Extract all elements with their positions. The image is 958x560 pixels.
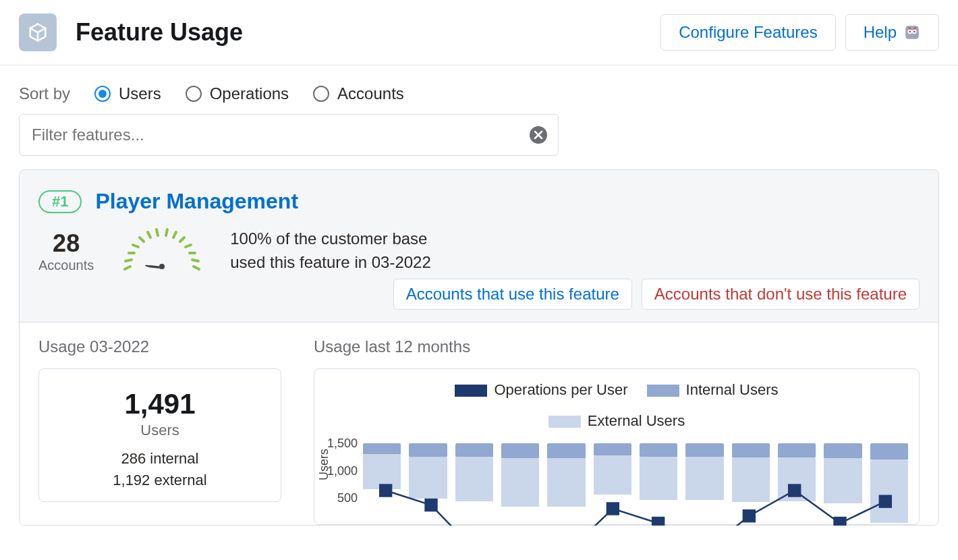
- svg-line-5: [125, 267, 130, 269]
- users-label: Users: [53, 422, 267, 439]
- accounts-use-button[interactable]: Accounts that use this feature: [393, 279, 632, 310]
- bar: [824, 443, 862, 524]
- bar: [409, 443, 447, 524]
- radio-icon: [186, 86, 202, 102]
- chart-y-tick: 1,500: [320, 437, 358, 451]
- bar: [732, 443, 770, 524]
- svg-line-11: [157, 229, 158, 235]
- owl-icon: [903, 24, 921, 41]
- page-header: Feature Usage Configure Features Help: [0, 0, 958, 65]
- cube-icon: [19, 13, 57, 51]
- accounts-dont-use-button[interactable]: Accounts that don't use this feature: [642, 279, 920, 310]
- bar: [870, 443, 908, 524]
- svg-point-3: [909, 31, 911, 33]
- svg-point-4: [913, 31, 915, 33]
- help-label: Help: [864, 23, 897, 42]
- filter-container: [19, 114, 559, 156]
- radio-icon: [313, 86, 329, 102]
- internal-line: 286 internal: [53, 450, 267, 468]
- usage-line-2: used this feature in 03-2022: [230, 251, 431, 275]
- radio-label: Users: [119, 84, 161, 103]
- bar: [547, 443, 585, 524]
- sort-by-row: Sort by Users Operations Accounts: [19, 84, 939, 103]
- feature-card-header: #1 Player Management 28 Accounts: [20, 170, 938, 322]
- feature-card: #1 Player Management 28 Accounts: [19, 169, 939, 526]
- sort-by-label: Sort by: [19, 84, 70, 103]
- accounts-metric: 28 Accounts: [38, 229, 94, 273]
- bar: [501, 443, 539, 524]
- sort-radio-accounts[interactable]: Accounts: [313, 84, 404, 103]
- svg-line-12: [166, 229, 167, 235]
- rank-badge: #1: [38, 190, 82, 213]
- chart-legend: Operations per User Internal Users Exter…: [328, 381, 905, 430]
- chart-box: Operations per User Internal Users Exter…: [314, 368, 920, 525]
- svg-point-19: [159, 264, 165, 269]
- legend-item-external: External Users: [328, 412, 905, 430]
- bar: [594, 443, 631, 524]
- svg-line-10: [148, 232, 150, 237]
- svg-line-9: [140, 237, 144, 242]
- bar: [455, 443, 493, 524]
- legend-item-ops: Operations per User: [455, 381, 627, 399]
- accounts-count: 28: [38, 229, 94, 258]
- svg-line-17: [192, 260, 198, 261]
- help-button[interactable]: Help: [845, 14, 939, 51]
- usage-card: 1,491 Users 286 internal 1,192 external: [38, 368, 281, 502]
- usage-line-1: 100% of the customer base: [230, 227, 431, 251]
- svg-line-14: [180, 237, 184, 242]
- sort-radio-users[interactable]: Users: [94, 84, 161, 103]
- feature-name-link[interactable]: Player Management: [95, 189, 298, 214]
- feature-card-body: Usage 03-2022 1,491 Users 286 internal 1…: [20, 322, 938, 525]
- sort-radio-operations[interactable]: Operations: [186, 84, 289, 103]
- external-line: 1,192 external: [53, 472, 267, 489]
- chart-panel: Usage last 12 months Operations per User…: [314, 337, 920, 525]
- gauge-icon: [118, 227, 206, 275]
- svg-line-6: [125, 260, 132, 261]
- radio-icon: [94, 86, 111, 102]
- legend-item-internal: Internal Users: [647, 381, 779, 399]
- clear-icon[interactable]: [530, 126, 547, 144]
- header-actions: Configure Features Help: [660, 14, 939, 51]
- usage-panel-title: Usage 03-2022: [38, 337, 281, 356]
- radio-label: Accounts: [337, 84, 404, 103]
- filter-input[interactable]: [30, 125, 530, 145]
- svg-line-13: [173, 232, 176, 237]
- chart-panel-title: Usage last 12 months: [314, 337, 920, 356]
- chart-bars: [363, 443, 908, 524]
- chart-y-tick: 500: [320, 491, 358, 505]
- chart-y-tick: 1,000: [320, 464, 358, 478]
- usage-text: 100% of the customer base used this feat…: [230, 227, 431, 275]
- page-title: Feature Usage: [76, 18, 660, 47]
- accounts-label: Accounts: [38, 258, 94, 273]
- bar: [640, 443, 677, 524]
- svg-line-8: [133, 245, 138, 247]
- svg-rect-0: [905, 26, 919, 39]
- svg-line-15: [186, 245, 191, 247]
- users-count: 1,491: [53, 388, 267, 420]
- bar: [685, 443, 723, 524]
- bar: [363, 443, 401, 524]
- radio-label: Operations: [210, 84, 289, 103]
- controls-bar: Sort by Users Operations Accounts: [0, 65, 958, 169]
- bar: [778, 443, 816, 524]
- usage-panel: Usage 03-2022 1,491 Users 286 internal 1…: [38, 337, 281, 525]
- svg-line-18: [194, 267, 199, 269]
- configure-features-button[interactable]: Configure Features: [660, 14, 835, 51]
